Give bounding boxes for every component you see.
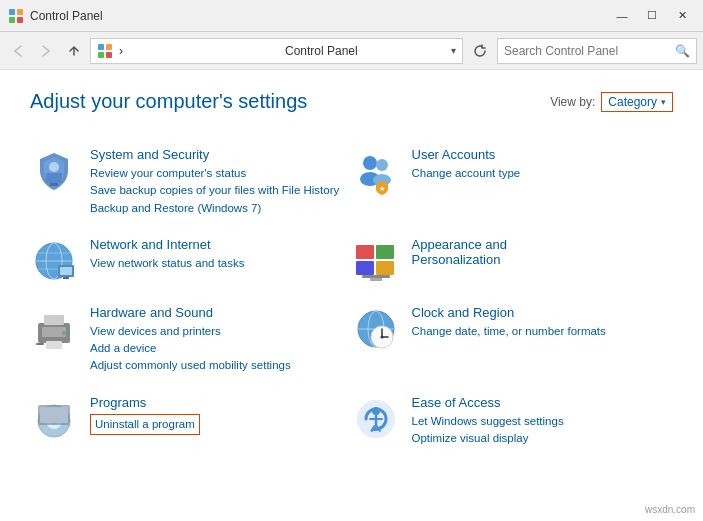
svg-rect-5 xyxy=(106,44,112,50)
appearance-content: Appearance andPersonalization xyxy=(412,237,507,270)
network-internet-link-1[interactable]: View network status and tasks xyxy=(90,255,244,272)
back-button[interactable] xyxy=(6,39,30,63)
maximize-button[interactable]: ☐ xyxy=(639,6,665,26)
clock-region-link-1[interactable]: Change date, time, or number formats xyxy=(412,323,606,340)
svg-rect-27 xyxy=(376,261,394,275)
titlebar: Control Panel — ☐ ✕ xyxy=(0,0,703,32)
programs-content: Programs Uninstall a program xyxy=(90,395,200,435)
system-security-link-1[interactable]: Review your computer's status xyxy=(90,165,339,182)
svg-rect-29 xyxy=(370,278,382,281)
system-security-title[interactable]: System and Security xyxy=(90,147,339,162)
ease-of-access-link-1[interactable]: Let Windows suggest settings xyxy=(412,413,564,430)
hardware-sound-content: Hardware and Sound View devices and prin… xyxy=(90,305,291,375)
viewby-dropdown[interactable]: Category ▾ xyxy=(601,92,673,112)
svg-rect-3 xyxy=(17,17,23,23)
clock-region-content: Clock and Region Change date, time, or n… xyxy=(412,305,606,340)
refresh-button[interactable] xyxy=(467,38,493,64)
svg-point-43 xyxy=(380,335,383,338)
ease-of-access-link-2[interactable]: Optimize visual display xyxy=(412,430,564,447)
address-dropdown-arrow[interactable]: ▾ xyxy=(451,45,456,56)
watermark: wsxdn.com xyxy=(645,504,695,515)
network-internet-content: Network and Internet View network status… xyxy=(90,237,244,272)
svg-text:★: ★ xyxy=(379,185,385,192)
address-box[interactable]: › Control Panel ▾ xyxy=(90,38,463,64)
ease-of-access-content: Ease of Access Let Windows suggest setti… xyxy=(412,395,564,448)
titlebar-controls: — ☐ ✕ xyxy=(609,6,695,26)
up-button[interactable] xyxy=(62,39,86,63)
network-internet-title[interactable]: Network and Internet xyxy=(90,237,244,252)
category-system-security: System and Security Review your computer… xyxy=(30,137,352,227)
hardware-sound-link-3[interactable]: Adjust commonly used mobility settings xyxy=(90,357,291,374)
svg-point-11 xyxy=(363,156,377,170)
svg-rect-23 xyxy=(63,277,69,279)
svg-rect-24 xyxy=(356,245,374,259)
hardware-sound-icon xyxy=(30,305,78,353)
programs-icon xyxy=(30,395,78,443)
user-accounts-link-1[interactable]: Change account type xyxy=(412,165,521,182)
clock-region-icon xyxy=(352,305,400,353)
svg-rect-9 xyxy=(50,183,58,186)
network-internet-icon xyxy=(30,237,78,285)
svg-rect-28 xyxy=(362,275,390,278)
svg-point-13 xyxy=(376,159,388,171)
forward-button[interactable] xyxy=(34,39,58,63)
system-security-icon xyxy=(30,147,78,195)
clock-region-title[interactable]: Clock and Region xyxy=(412,305,606,320)
system-security-link-3[interactable]: Backup and Restore (Windows 7) xyxy=(90,200,339,217)
user-accounts-content: User Accounts Change account type xyxy=(412,147,521,182)
svg-rect-7 xyxy=(106,52,112,58)
programs-title[interactable]: Programs xyxy=(90,395,200,410)
ease-of-access-title[interactable]: Ease of Access xyxy=(412,395,564,410)
page-title: Adjust your computer's settings xyxy=(30,90,307,113)
main-content: Adjust your computer's settings View by:… xyxy=(0,70,703,477)
search-icon[interactable]: 🔍 xyxy=(675,44,690,58)
appearance-title[interactable]: Appearance andPersonalization xyxy=(412,237,507,267)
address-text: Control Panel xyxy=(285,44,445,58)
category-hardware-sound: Hardware and Sound View devices and prin… xyxy=(30,295,352,385)
category-programs: Programs Uninstall a program xyxy=(30,385,352,458)
viewby-value: Category xyxy=(608,95,657,109)
svg-rect-1 xyxy=(17,9,23,15)
svg-point-10 xyxy=(49,162,59,172)
category-user-accounts: ★ User Accounts Change account type xyxy=(352,137,674,227)
svg-rect-8 xyxy=(46,173,62,183)
viewby-dropdown-arrow: ▾ xyxy=(661,97,666,107)
appearance-icon xyxy=(352,237,400,285)
minimize-button[interactable]: — xyxy=(609,6,635,26)
svg-rect-32 xyxy=(44,315,64,325)
svg-rect-2 xyxy=(9,17,15,23)
search-input[interactable] xyxy=(504,44,675,58)
address-path-separator: › xyxy=(119,44,279,58)
hardware-sound-title[interactable]: Hardware and Sound xyxy=(90,305,291,320)
viewby-control: View by: Category ▾ xyxy=(550,92,673,112)
svg-rect-35 xyxy=(36,343,44,345)
categories-grid: System and Security Review your computer… xyxy=(30,137,673,457)
titlebar-icon xyxy=(8,8,24,24)
svg-rect-33 xyxy=(46,341,62,349)
svg-rect-6 xyxy=(98,52,104,58)
system-security-link-2[interactable]: Save backup copies of your files with Fi… xyxy=(90,182,339,199)
category-network-internet: Network and Internet View network status… xyxy=(30,227,352,295)
page-header: Adjust your computer's settings View by:… xyxy=(30,90,673,113)
titlebar-title: Control Panel xyxy=(30,9,609,23)
svg-rect-25 xyxy=(376,245,394,259)
programs-link-uninstall[interactable]: Uninstall a program xyxy=(90,414,200,435)
svg-rect-26 xyxy=(356,261,374,275)
viewby-label: View by: xyxy=(550,95,595,109)
svg-rect-0 xyxy=(9,9,15,15)
svg-point-34 xyxy=(62,331,66,335)
hardware-sound-link-1[interactable]: View devices and printers xyxy=(90,323,291,340)
search-box[interactable]: 🔍 xyxy=(497,38,697,64)
ease-of-access-icon xyxy=(352,395,400,443)
system-security-content: System and Security Review your computer… xyxy=(90,147,339,217)
close-button[interactable]: ✕ xyxy=(669,6,695,26)
svg-rect-22 xyxy=(60,267,72,275)
hardware-sound-link-2[interactable]: Add a device xyxy=(90,340,291,357)
category-appearance: Appearance andPersonalization xyxy=(352,227,674,295)
svg-rect-4 xyxy=(98,44,104,50)
svg-rect-48 xyxy=(40,407,68,423)
user-accounts-title[interactable]: User Accounts xyxy=(412,147,521,162)
category-ease-of-access: Ease of Access Let Windows suggest setti… xyxy=(352,385,674,458)
category-clock-region: Clock and Region Change date, time, or n… xyxy=(352,295,674,385)
address-icon xyxy=(97,43,113,59)
